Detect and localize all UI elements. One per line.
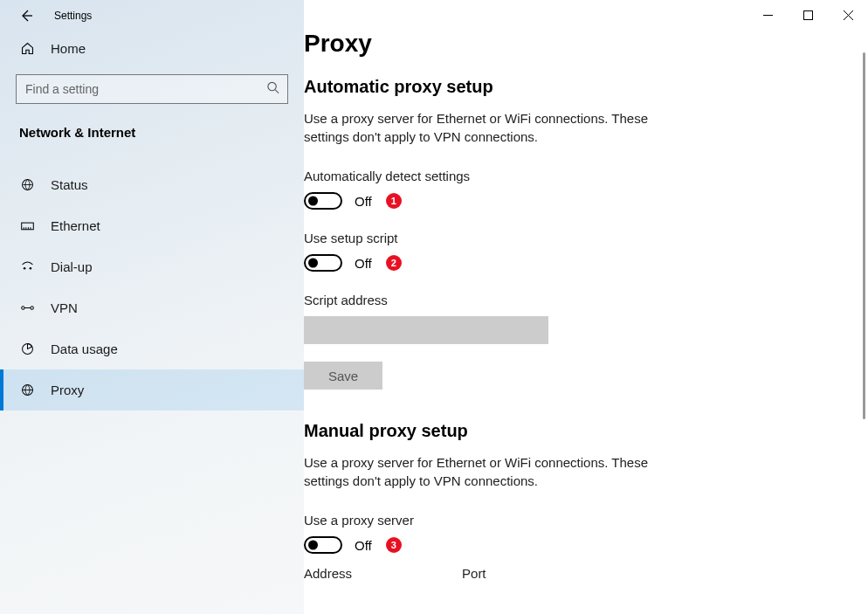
scrollbar[interactable] (863, 52, 865, 419)
use-proxy-label: Use a proxy server (304, 513, 851, 528)
sidebar-home[interactable]: Home (0, 31, 304, 66)
sidebar-category: Network & Internet (0, 104, 304, 148)
use-proxy-toggle[interactable] (304, 536, 342, 554)
dialup-icon (19, 259, 35, 275)
svg-point-5 (29, 267, 31, 270)
svg-rect-0 (803, 11, 812, 20)
sidebar-item-dialup[interactable]: Dial-up (0, 246, 304, 287)
annotation-1: 1 (386, 193, 402, 209)
content: Proxy Automatic proxy setup Use a proxy … (304, 0, 868, 614)
minimize-button[interactable] (747, 2, 788, 30)
svg-point-6 (21, 307, 24, 309)
sidebar-item-vpn[interactable]: VPN (0, 287, 304, 328)
use-proxy-state: Off (355, 538, 372, 553)
setup-script-state: Off (355, 256, 372, 271)
auto-detect-label: Automatically detect settings (304, 169, 851, 183)
minimize-icon (763, 10, 773, 20)
annotation-2: 2 (386, 255, 402, 271)
script-address-label: Script address (304, 293, 851, 307)
port-label: Port (462, 566, 486, 581)
address-label: Address (304, 566, 352, 581)
sidebar-item-status[interactable]: Status (0, 164, 304, 205)
svg-rect-3 (21, 223, 33, 230)
setup-script-toggle[interactable] (304, 254, 342, 272)
sidebar-item-datausage[interactable]: Data usage (0, 328, 304, 369)
ethernet-icon (19, 218, 35, 234)
save-button[interactable]: Save (304, 362, 382, 390)
maximize-icon (803, 10, 813, 20)
vpn-icon (19, 300, 35, 316)
proxy-icon (19, 383, 35, 398)
arrow-left-icon (19, 9, 33, 23)
sidebar-item-label: Ethernet (51, 218, 100, 233)
maximize-button[interactable] (788, 2, 828, 30)
svg-point-4 (23, 267, 25, 270)
titlebar: Settings (0, 0, 868, 31)
sidebar-item-proxy[interactable]: Proxy (0, 369, 304, 410)
auto-section-desc: Use a proxy server for Ethernet or WiFi … (304, 109, 692, 146)
sidebar-item-ethernet[interactable]: Ethernet (0, 205, 304, 246)
auto-section-heading: Automatic proxy setup (304, 77, 851, 97)
close-button[interactable] (828, 2, 868, 30)
sidebar-item-label: Status (51, 177, 88, 192)
status-icon (19, 177, 35, 193)
setup-script-label: Use setup script (304, 231, 851, 245)
svg-point-7 (30, 307, 32, 309)
home-icon (19, 40, 35, 56)
back-button[interactable] (17, 7, 35, 24)
manual-section-desc: Use a proxy server for Ethernet or WiFi … (304, 453, 692, 490)
auto-detect-state: Off (355, 194, 372, 209)
sidebar: Home Network & Internet Status Ethernet (0, 0, 304, 614)
script-address-input[interactable] (304, 316, 548, 344)
search-icon (266, 81, 279, 98)
close-icon (844, 10, 853, 20)
search-input[interactable] (16, 74, 288, 104)
app-title: Settings (54, 10, 92, 22)
auto-detect-toggle[interactable] (304, 192, 342, 210)
annotation-3: 3 (386, 537, 402, 553)
sidebar-item-label: VPN (51, 300, 78, 315)
sidebar-item-label: Proxy (51, 383, 84, 397)
data-usage-icon (19, 341, 35, 357)
manual-section-heading: Manual proxy setup (304, 421, 851, 441)
sidebar-item-label: Data usage (51, 341, 118, 356)
svg-point-1 (268, 82, 276, 90)
sidebar-item-label: Dial-up (51, 259, 93, 274)
page-title: Proxy (304, 30, 851, 58)
sidebar-home-label: Home (51, 41, 86, 56)
